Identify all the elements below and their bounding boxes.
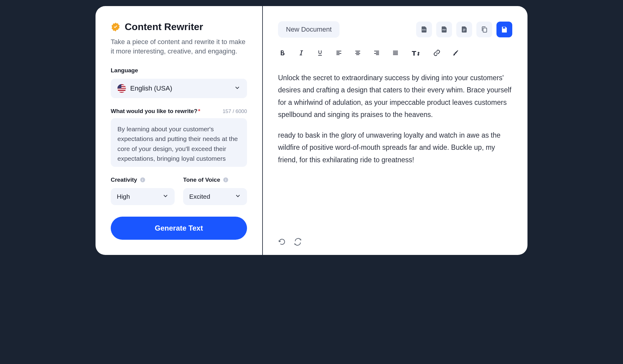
config-panel: Content Rewriter Take a piece of content… xyxy=(96,6,263,255)
page-subtitle: Take a piece of content and rewrite it t… xyxy=(111,37,247,56)
underline-button[interactable] xyxy=(316,49,324,57)
brush-button[interactable] xyxy=(451,49,460,57)
undo-button[interactable] xyxy=(278,238,286,246)
copy-button[interactable] xyxy=(476,22,492,37)
svg-text:DOC: DOC xyxy=(422,29,426,31)
language-value: English (USA) xyxy=(130,84,172,92)
save-button[interactable] xyxy=(496,22,512,37)
align-right-button[interactable] xyxy=(372,49,381,57)
language-label: Language xyxy=(111,67,247,74)
chevron-down-icon xyxy=(235,193,241,200)
creativity-label: Creativity xyxy=(111,177,137,183)
language-select[interactable]: English (USA) xyxy=(111,79,247,98)
chevron-down-icon xyxy=(162,193,169,200)
tone-select[interactable]: Excited xyxy=(183,188,247,205)
document-title-chip[interactable]: New Document xyxy=(278,21,339,38)
info-icon[interactable]: i xyxy=(140,177,145,182)
verified-badge-icon xyxy=(111,22,120,32)
bold-button[interactable] xyxy=(278,49,287,57)
info-icon[interactable]: i xyxy=(223,177,228,182)
text-size-button[interactable] xyxy=(410,49,422,57)
content-paragraph: Unlock the secret to extraordinary succe… xyxy=(278,72,512,121)
svg-rect-5 xyxy=(483,28,487,32)
regenerate-button[interactable] xyxy=(294,238,302,246)
export-txt-button[interactable] xyxy=(456,22,472,37)
chevron-down-icon xyxy=(234,85,240,92)
flag-us-icon xyxy=(117,84,126,93)
tone-label: Tone of Voice xyxy=(183,177,220,183)
svg-text:PDF: PDF xyxy=(442,29,446,31)
export-doc-button[interactable]: DOC xyxy=(416,22,432,37)
page-title: Content Rewriter xyxy=(125,21,203,33)
italic-button[interactable] xyxy=(297,49,305,57)
svg-rect-2 xyxy=(463,29,465,29)
tone-value: Excited xyxy=(189,193,210,200)
link-button[interactable] xyxy=(433,49,441,57)
generate-button[interactable]: Generate Text xyxy=(111,217,247,240)
content-paragraph: ready to bask in the glory of unwavering… xyxy=(278,129,512,166)
rewrite-input[interactable] xyxy=(111,118,247,167)
align-left-button[interactable] xyxy=(335,49,343,57)
editor-content[interactable]: Unlock the secret to extraordinary succe… xyxy=(278,72,512,232)
title-row: Content Rewriter xyxy=(111,21,247,33)
editor-panel: New Document DOC PDF xyxy=(263,6,527,255)
editor-toolbar xyxy=(278,49,512,57)
align-justify-button[interactable] xyxy=(391,49,400,57)
rewrite-input-label: What would you like to rewrite?* xyxy=(111,108,200,115)
align-center-button[interactable] xyxy=(353,49,362,57)
svg-rect-4 xyxy=(463,31,465,31)
creativity-value: High xyxy=(117,193,130,200)
char-counter: 157 / 6000 xyxy=(223,108,247,115)
export-pdf-button[interactable]: PDF xyxy=(436,22,452,37)
svg-rect-3 xyxy=(463,30,465,30)
creativity-select[interactable]: High xyxy=(111,188,175,205)
app-container: Content Rewriter Take a piece of content… xyxy=(96,6,527,255)
